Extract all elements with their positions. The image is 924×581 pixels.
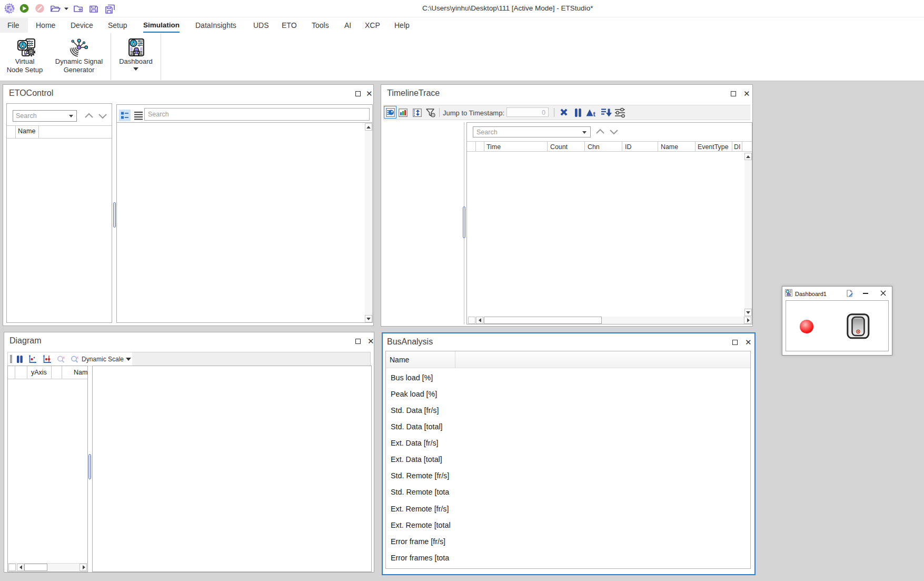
svg-text:t: t — [593, 110, 596, 118]
svg-text:x: x — [63, 356, 65, 359]
svg-text:x: x — [77, 356, 79, 359]
